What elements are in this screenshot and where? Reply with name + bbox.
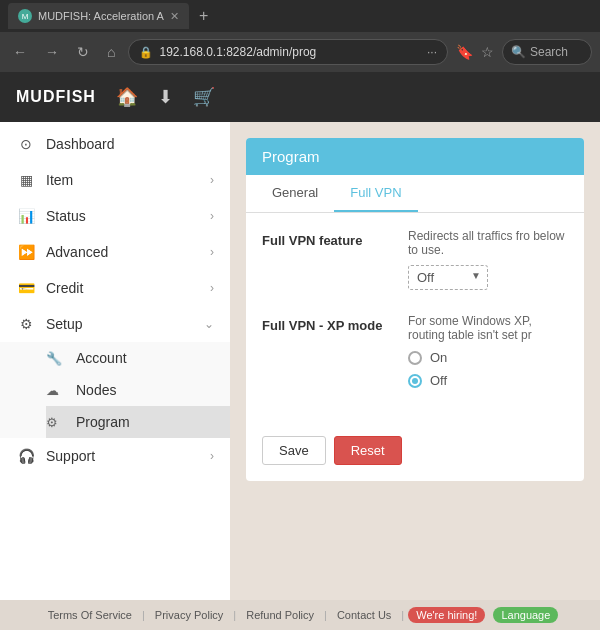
feature-desc: Redirects all traffics fro below to use. bbox=[408, 229, 568, 257]
fullvpn-feature-row: Full VPN feature Redirects all traffics … bbox=[262, 229, 568, 290]
xpmode-radio-group: On Off bbox=[408, 350, 568, 388]
sidebar-item-label: Status bbox=[46, 208, 210, 224]
sidebar-item-label: Program bbox=[76, 414, 214, 430]
sidebar-item-program[interactable]: ⚙ Program bbox=[46, 406, 230, 438]
forward-button[interactable]: → bbox=[40, 42, 64, 62]
card-body: Full VPN feature Redirects all traffics … bbox=[246, 213, 584, 428]
card-tabs: General Full VPN bbox=[246, 175, 584, 213]
browser-titlebar: M MUDFISH: Acceleration A ✕ + bbox=[0, 0, 600, 32]
sidebar-sub-menu: 🔧 Account ☁ Nodes ⚙ Program bbox=[0, 342, 230, 438]
card-actions: Save Reset bbox=[246, 428, 584, 481]
star-icon[interactable]: ☆ bbox=[481, 44, 494, 60]
sidebar-item-label: Item bbox=[46, 172, 210, 188]
status-icon: 📊 bbox=[16, 208, 36, 224]
sidebar: ⊙ Dashboard ▦ Item › 📊 Status › ⏩ Advanc… bbox=[0, 122, 230, 600]
sidebar-item-label: Credit bbox=[46, 280, 210, 296]
radio-off-item[interactable]: Off bbox=[408, 373, 568, 388]
feature-control: Redirects all traffics fro below to use.… bbox=[408, 229, 568, 290]
browser-tab[interactable]: M MUDFISH: Acceleration A ✕ bbox=[8, 3, 189, 29]
toolbar-icons: 🔖 ☆ bbox=[456, 44, 494, 60]
content-area: Program General Full VPN Full VPN featur… bbox=[230, 122, 600, 600]
main-layout: ⊙ Dashboard ▦ Item › 📊 Status › ⏩ Advanc… bbox=[0, 122, 600, 600]
reset-button[interactable]: Reset bbox=[334, 436, 402, 465]
sidebar-item-label: Account bbox=[76, 350, 214, 366]
account-icon: 🔧 bbox=[46, 351, 66, 366]
app-logo: MUDFISH bbox=[16, 88, 96, 106]
footer-link-contact[interactable]: Contact Us bbox=[327, 609, 401, 621]
sidebar-item-label: Nodes bbox=[76, 382, 214, 398]
app-header: MUDFISH 🏠 ⬇ 🛒 bbox=[0, 72, 600, 122]
nodes-icon: ☁ bbox=[46, 383, 66, 398]
sidebar-item-dashboard[interactable]: ⊙ Dashboard bbox=[0, 126, 230, 162]
select-chevron-icon: ▼ bbox=[471, 270, 481, 281]
sidebar-item-credit[interactable]: 💳 Credit › bbox=[0, 270, 230, 306]
sidebar-item-label: Setup bbox=[46, 316, 204, 332]
home-button[interactable]: ⌂ bbox=[102, 42, 120, 62]
sidebar-item-label: Support bbox=[46, 448, 210, 464]
bookmark-icon[interactable]: 🔖 bbox=[456, 44, 473, 60]
chevron-down-icon: ⌄ bbox=[204, 317, 214, 331]
sidebar-item-item[interactable]: ▦ Item › bbox=[0, 162, 230, 198]
sidebar-item-support[interactable]: 🎧 Support › bbox=[0, 438, 230, 474]
search-icon: 🔍 bbox=[511, 45, 526, 59]
xpmode-label: Full VPN - XP mode bbox=[262, 314, 392, 388]
address-url: 192.168.0.1:8282/admin/prog bbox=[159, 45, 316, 59]
address-lock-icon: 🔒 bbox=[139, 46, 153, 59]
radio-on-circle bbox=[408, 351, 422, 365]
new-tab-button[interactable]: + bbox=[195, 7, 212, 25]
address-more-button[interactable]: ··· bbox=[427, 45, 437, 59]
xpmode-control: For some Windows XP, routing table isn't… bbox=[408, 314, 568, 388]
sidebar-item-nodes[interactable]: ☁ Nodes bbox=[46, 374, 230, 406]
chevron-right-icon: › bbox=[210, 449, 214, 463]
home-icon[interactable]: 🏠 bbox=[116, 86, 138, 108]
download-icon[interactable]: ⬇ bbox=[158, 86, 173, 108]
tab-general[interactable]: General bbox=[256, 175, 334, 212]
reload-button[interactable]: ↻ bbox=[72, 42, 94, 62]
sidebar-item-advanced[interactable]: ⏩ Advanced › bbox=[0, 234, 230, 270]
xpmode-desc: For some Windows XP, routing table isn't… bbox=[408, 314, 568, 342]
chevron-right-icon: › bbox=[210, 209, 214, 223]
program-card: Program General Full VPN Full VPN featur… bbox=[246, 138, 584, 481]
chevron-right-icon: › bbox=[210, 245, 214, 259]
card-title: Program bbox=[262, 148, 320, 165]
fullvpn-xpmode-row: Full VPN - XP mode For some Windows XP, … bbox=[262, 314, 568, 388]
footer-badge-language[interactable]: Language bbox=[493, 607, 558, 623]
dashboard-icon: ⊙ bbox=[16, 136, 36, 152]
item-icon: ▦ bbox=[16, 172, 36, 188]
page-footer: Terms Of Service | Privacy Policy | Refu… bbox=[0, 600, 600, 630]
feature-select[interactable]: Off ▼ bbox=[408, 265, 488, 290]
tab-close-button[interactable]: ✕ bbox=[170, 10, 179, 23]
card-header: Program bbox=[246, 138, 584, 175]
radio-off-label: Off bbox=[430, 373, 447, 388]
setup-icon: ⚙ bbox=[16, 316, 36, 332]
footer-link-tos[interactable]: Terms Of Service bbox=[38, 609, 142, 621]
save-button[interactable]: Save bbox=[262, 436, 326, 465]
footer-badge-hiring[interactable]: We're hiring! bbox=[408, 607, 485, 623]
search-bar[interactable]: 🔍 Search bbox=[502, 39, 592, 65]
advanced-icon: ⏩ bbox=[16, 244, 36, 260]
browser-toolbar: ← → ↻ ⌂ 🔒 192.168.0.1:8282/admin/prog ··… bbox=[0, 32, 600, 72]
tab-favicon: M bbox=[18, 9, 32, 23]
search-label: Search bbox=[530, 45, 568, 59]
back-button[interactable]: ← bbox=[8, 42, 32, 62]
feature-label: Full VPN feature bbox=[262, 229, 392, 290]
tab-fullvpn[interactable]: Full VPN bbox=[334, 175, 417, 212]
tab-title: MUDFISH: Acceleration A bbox=[38, 10, 164, 22]
radio-on-item[interactable]: On bbox=[408, 350, 568, 365]
sidebar-item-label: Dashboard bbox=[46, 136, 214, 152]
radio-on-label: On bbox=[430, 350, 447, 365]
sidebar-item-status[interactable]: 📊 Status › bbox=[0, 198, 230, 234]
radio-off-circle bbox=[408, 374, 422, 388]
address-bar[interactable]: 🔒 192.168.0.1:8282/admin/prog ··· bbox=[128, 39, 448, 65]
chevron-right-icon: › bbox=[210, 173, 214, 187]
cart-icon[interactable]: 🛒 bbox=[193, 86, 215, 108]
select-value: Off bbox=[417, 270, 434, 285]
sidebar-item-setup[interactable]: ⚙ Setup ⌄ bbox=[0, 306, 230, 342]
sidebar-item-account[interactable]: 🔧 Account bbox=[46, 342, 230, 374]
chevron-right-icon: › bbox=[210, 281, 214, 295]
support-icon: 🎧 bbox=[16, 448, 36, 464]
footer-link-privacy[interactable]: Privacy Policy bbox=[145, 609, 233, 621]
program-icon: ⚙ bbox=[46, 415, 66, 430]
credit-icon: 💳 bbox=[16, 280, 36, 296]
footer-link-refund[interactable]: Refund Policy bbox=[236, 609, 324, 621]
